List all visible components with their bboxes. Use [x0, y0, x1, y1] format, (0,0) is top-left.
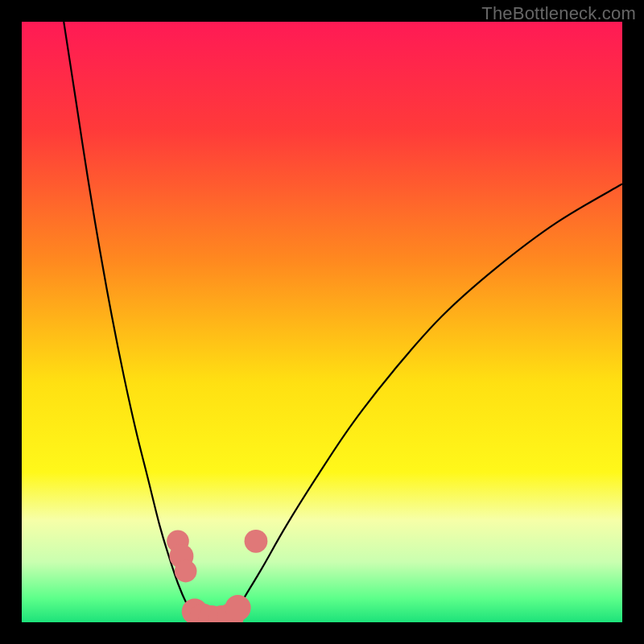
highlight-marker [225, 595, 250, 621]
plot-area [22, 22, 622, 622]
curve-left-branch [64, 22, 196, 619]
outer-frame: TheBottleneck.com [0, 0, 644, 644]
highlight-marker [175, 560, 197, 583]
curve-right-branch [232, 184, 622, 619]
highlight-markers [167, 530, 267, 622]
watermark-text: TheBottleneck.com [481, 3, 636, 24]
highlight-marker [245, 530, 268, 553]
chart-svg [22, 22, 622, 622]
